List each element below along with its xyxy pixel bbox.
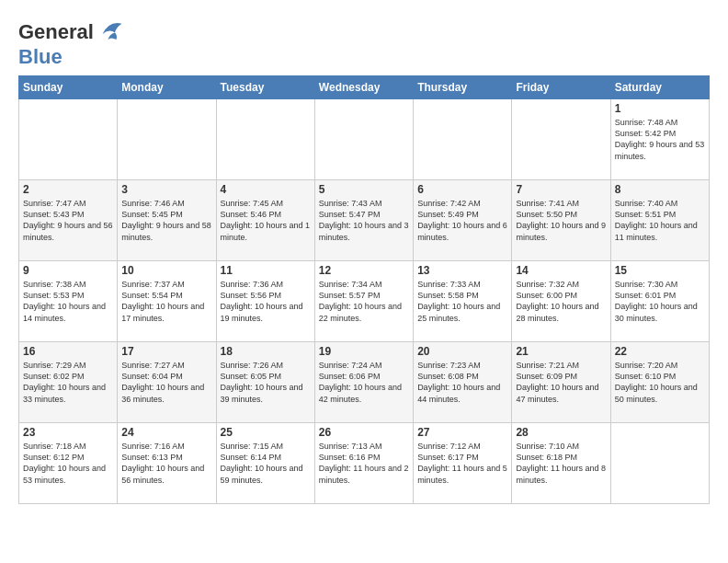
- day-info: Sunrise: 7:40 AM Sunset: 5:51 PM Dayligh…: [615, 198, 705, 243]
- day-info: Sunrise: 7:20 AM Sunset: 6:10 PM Dayligh…: [615, 360, 705, 405]
- day-info: Sunrise: 7:13 AM Sunset: 6:16 PM Dayligh…: [319, 441, 409, 486]
- calendar-cell: 18Sunrise: 7:26 AM Sunset: 6:05 PM Dayli…: [216, 342, 314, 423]
- day-info: Sunrise: 7:12 AM Sunset: 6:17 PM Dayligh…: [417, 441, 507, 486]
- day-info: Sunrise: 7:24 AM Sunset: 6:06 PM Dayligh…: [319, 360, 409, 405]
- day-info: Sunrise: 7:47 AM Sunset: 5:43 PM Dayligh…: [23, 198, 113, 243]
- calendar-cell: 13Sunrise: 7:33 AM Sunset: 5:58 PM Dayli…: [414, 261, 512, 342]
- weekday-header-wednesday: Wednesday: [314, 76, 413, 99]
- day-info: Sunrise: 7:18 AM Sunset: 6:12 PM Dayligh…: [23, 441, 113, 486]
- day-info: Sunrise: 7:32 AM Sunset: 6:00 PM Dayligh…: [516, 279, 606, 324]
- day-number: 19: [319, 345, 409, 358]
- calendar-cell: [216, 99, 314, 180]
- day-number: 22: [615, 345, 705, 358]
- calendar-cell: 22Sunrise: 7:20 AM Sunset: 6:10 PM Dayli…: [610, 342, 709, 423]
- calendar-cell: 8Sunrise: 7:40 AM Sunset: 5:51 PM Daylig…: [610, 180, 709, 261]
- calendar-cell: [512, 99, 610, 180]
- calendar-cell: 14Sunrise: 7:32 AM Sunset: 6:00 PM Dayli…: [512, 261, 610, 342]
- day-number: 9: [23, 264, 113, 277]
- logo-bird-icon: [96, 18, 123, 46]
- calendar-cell: 11Sunrise: 7:36 AM Sunset: 5:56 PM Dayli…: [216, 261, 314, 342]
- day-number: 27: [417, 426, 507, 439]
- calendar-cell: 2Sunrise: 7:47 AM Sunset: 5:43 PM Daylig…: [19, 180, 118, 261]
- day-number: 5: [319, 183, 409, 196]
- calendar-cell: [314, 99, 413, 180]
- calendar-cell: [19, 99, 118, 180]
- calendar-cell: 16Sunrise: 7:29 AM Sunset: 6:02 PM Dayli…: [19, 342, 118, 423]
- day-number: 12: [319, 264, 409, 277]
- calendar-table: SundayMondayTuesdayWednesdayThursdayFrid…: [18, 75, 710, 504]
- day-info: Sunrise: 7:29 AM Sunset: 6:02 PM Dayligh…: [23, 360, 113, 405]
- calendar-cell: 25Sunrise: 7:15 AM Sunset: 6:14 PM Dayli…: [216, 423, 314, 504]
- calendar-cell: 28Sunrise: 7:10 AM Sunset: 6:18 PM Dayli…: [512, 423, 610, 504]
- day-number: 11: [221, 264, 311, 277]
- day-info: Sunrise: 7:36 AM Sunset: 5:56 PM Dayligh…: [221, 279, 311, 324]
- calendar-cell: 3Sunrise: 7:46 AM Sunset: 5:45 PM Daylig…: [118, 180, 216, 261]
- day-info: Sunrise: 7:41 AM Sunset: 5:50 PM Dayligh…: [516, 198, 606, 243]
- page: General Blue SundayMondayTuesdayWednesda…: [0, 0, 728, 513]
- day-number: 4: [221, 183, 311, 196]
- logo-text-general: General: [18, 21, 94, 43]
- calendar-cell: 20Sunrise: 7:23 AM Sunset: 6:08 PM Dayli…: [414, 342, 512, 423]
- calendar-cell: 24Sunrise: 7:16 AM Sunset: 6:13 PM Dayli…: [118, 423, 216, 504]
- weekday-header-thursday: Thursday: [414, 76, 512, 99]
- logo: General Blue: [18, 18, 123, 68]
- calendar-week-row: 2Sunrise: 7:47 AM Sunset: 5:43 PM Daylig…: [19, 180, 710, 261]
- day-info: Sunrise: 7:16 AM Sunset: 6:13 PM Dayligh…: [121, 441, 211, 486]
- day-info: Sunrise: 7:48 AM Sunset: 5:42 PM Dayligh…: [615, 117, 705, 162]
- day-info: Sunrise: 7:45 AM Sunset: 5:46 PM Dayligh…: [221, 198, 311, 243]
- calendar-cell: 6Sunrise: 7:42 AM Sunset: 5:49 PM Daylig…: [414, 180, 512, 261]
- day-number: 25: [221, 426, 311, 439]
- calendar-cell: 1Sunrise: 7:48 AM Sunset: 5:42 PM Daylig…: [610, 99, 709, 180]
- calendar-week-row: 1Sunrise: 7:48 AM Sunset: 5:42 PM Daylig…: [19, 99, 710, 180]
- day-number: 23: [23, 426, 113, 439]
- calendar-header-row: SundayMondayTuesdayWednesdayThursdayFrid…: [19, 76, 710, 99]
- calendar-cell: 10Sunrise: 7:37 AM Sunset: 5:54 PM Dayli…: [118, 261, 216, 342]
- day-number: 10: [121, 264, 211, 277]
- day-info: Sunrise: 7:33 AM Sunset: 5:58 PM Dayligh…: [417, 279, 507, 324]
- day-number: 21: [516, 345, 606, 358]
- day-number: 15: [615, 264, 705, 277]
- calendar-cell: 17Sunrise: 7:27 AM Sunset: 6:04 PM Dayli…: [118, 342, 216, 423]
- day-info: Sunrise: 7:21 AM Sunset: 6:09 PM Dayligh…: [516, 360, 606, 405]
- day-info: Sunrise: 7:38 AM Sunset: 5:53 PM Dayligh…: [23, 279, 113, 324]
- header: General Blue: [18, 18, 710, 68]
- day-number: 3: [121, 183, 211, 196]
- day-info: Sunrise: 7:34 AM Sunset: 5:57 PM Dayligh…: [319, 279, 409, 324]
- day-number: 17: [121, 345, 211, 358]
- day-info: Sunrise: 7:10 AM Sunset: 6:18 PM Dayligh…: [516, 441, 606, 486]
- day-number: 16: [23, 345, 113, 358]
- weekday-header-sunday: Sunday: [19, 76, 118, 99]
- day-number: 26: [319, 426, 409, 439]
- day-info: Sunrise: 7:26 AM Sunset: 6:05 PM Dayligh…: [221, 360, 311, 405]
- calendar-cell: 26Sunrise: 7:13 AM Sunset: 6:16 PM Dayli…: [314, 423, 413, 504]
- calendar-week-row: 16Sunrise: 7:29 AM Sunset: 6:02 PM Dayli…: [19, 342, 710, 423]
- calendar-cell: [118, 99, 216, 180]
- day-info: Sunrise: 7:42 AM Sunset: 5:49 PM Dayligh…: [417, 198, 507, 243]
- weekday-header-saturday: Saturday: [610, 76, 709, 99]
- calendar-cell: 5Sunrise: 7:43 AM Sunset: 5:47 PM Daylig…: [314, 180, 413, 261]
- day-info: Sunrise: 7:46 AM Sunset: 5:45 PM Dayligh…: [121, 198, 211, 243]
- day-number: 24: [121, 426, 211, 439]
- calendar-week-row: 9Sunrise: 7:38 AM Sunset: 5:53 PM Daylig…: [19, 261, 710, 342]
- day-number: 18: [221, 345, 311, 358]
- calendar-cell: 23Sunrise: 7:18 AM Sunset: 6:12 PM Dayli…: [19, 423, 118, 504]
- day-number: 6: [417, 183, 507, 196]
- calendar-week-row: 23Sunrise: 7:18 AM Sunset: 6:12 PM Dayli…: [19, 423, 710, 504]
- calendar-cell: [610, 423, 709, 504]
- day-info: Sunrise: 7:43 AM Sunset: 5:47 PM Dayligh…: [319, 198, 409, 243]
- calendar-cell: 15Sunrise: 7:30 AM Sunset: 6:01 PM Dayli…: [610, 261, 709, 342]
- day-info: Sunrise: 7:23 AM Sunset: 6:08 PM Dayligh…: [417, 360, 507, 405]
- day-number: 28: [516, 426, 606, 439]
- day-info: Sunrise: 7:37 AM Sunset: 5:54 PM Dayligh…: [121, 279, 211, 324]
- day-number: 14: [516, 264, 606, 277]
- day-number: 20: [417, 345, 507, 358]
- logo-text-blue: Blue: [18, 45, 63, 68]
- calendar-cell: 7Sunrise: 7:41 AM Sunset: 5:50 PM Daylig…: [512, 180, 610, 261]
- day-number: 7: [516, 183, 606, 196]
- calendar-cell: 9Sunrise: 7:38 AM Sunset: 5:53 PM Daylig…: [19, 261, 118, 342]
- day-info: Sunrise: 7:15 AM Sunset: 6:14 PM Dayligh…: [221, 441, 311, 486]
- weekday-header-monday: Monday: [118, 76, 216, 99]
- calendar-cell: [414, 99, 512, 180]
- calendar-cell: 4Sunrise: 7:45 AM Sunset: 5:46 PM Daylig…: [216, 180, 314, 261]
- calendar-cell: 19Sunrise: 7:24 AM Sunset: 6:06 PM Dayli…: [314, 342, 413, 423]
